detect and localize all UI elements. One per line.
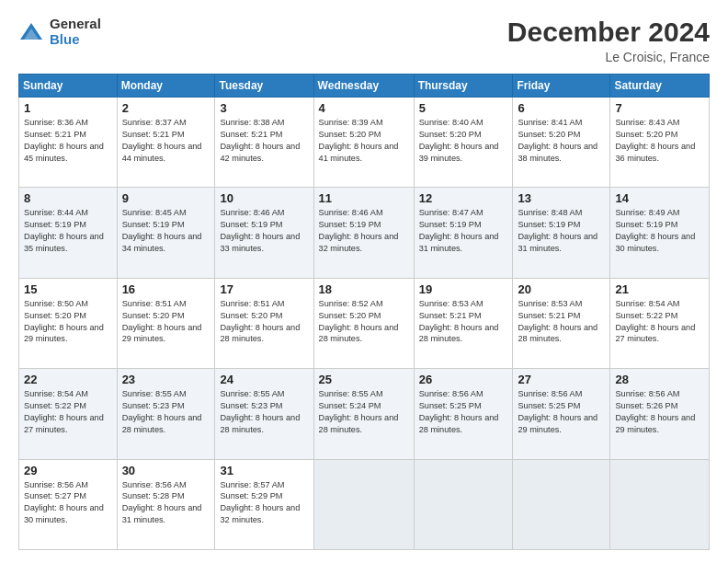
calendar-cell: 6Sunrise: 8:41 AMSunset: 5:20 PMDaylight… xyxy=(513,98,610,188)
day-number: 13 xyxy=(518,191,605,205)
day-number: 26 xyxy=(419,373,508,386)
calendar-cell: 1Sunrise: 8:36 AMSunset: 5:21 PMDaylight… xyxy=(19,98,118,188)
calendar-cell: 16Sunrise: 8:51 AMSunset: 5:20 PMDayligh… xyxy=(117,278,215,368)
calendar-cell: 2Sunrise: 8:37 AMSunset: 5:21 PMDaylight… xyxy=(117,98,215,188)
calendar-cell: 29Sunrise: 8:56 AMSunset: 5:27 PMDayligh… xyxy=(19,459,118,549)
calendar-cell: 10Sunrise: 8:46 AMSunset: 5:19 PMDayligh… xyxy=(215,188,313,278)
cell-text: Sunrise: 8:47 AMSunset: 5:19 PMDaylight:… xyxy=(419,208,499,253)
day-number: 23 xyxy=(122,373,210,386)
weekday-header-row: SundayMondayTuesdayWednesdayThursdayFrid… xyxy=(19,75,710,98)
cell-text: Sunrise: 8:48 AMSunset: 5:19 PMDaylight:… xyxy=(518,208,597,253)
cell-text: Sunrise: 8:57 AMSunset: 5:29 PMDaylight:… xyxy=(220,480,300,525)
calendar-cell: 17Sunrise: 8:51 AMSunset: 5:20 PMDayligh… xyxy=(215,278,313,368)
cell-text: Sunrise: 8:53 AMSunset: 5:21 PMDaylight:… xyxy=(419,299,499,344)
day-number: 1 xyxy=(24,101,112,115)
calendar-cell: 11Sunrise: 8:46 AMSunset: 5:19 PMDayligh… xyxy=(313,188,414,278)
calendar-cell: 30Sunrise: 8:56 AMSunset: 5:28 PMDayligh… xyxy=(117,459,215,549)
day-number: 27 xyxy=(518,373,605,386)
cell-text: Sunrise: 8:55 AMSunset: 5:23 PMDaylight:… xyxy=(220,389,300,434)
calendar-cell: 28Sunrise: 8:56 AMSunset: 5:26 PMDayligh… xyxy=(610,369,710,459)
calendar-cell: 21Sunrise: 8:54 AMSunset: 5:22 PMDayligh… xyxy=(610,278,710,368)
calendar-cell: 5Sunrise: 8:40 AMSunset: 5:20 PMDaylight… xyxy=(414,98,513,188)
calendar-cell: 12Sunrise: 8:47 AMSunset: 5:19 PMDayligh… xyxy=(414,188,513,278)
cell-text: Sunrise: 8:46 AMSunset: 5:19 PMDaylight:… xyxy=(220,208,300,253)
calendar-cell: 20Sunrise: 8:53 AMSunset: 5:21 PMDayligh… xyxy=(513,278,610,368)
calendar-week-row: 15Sunrise: 8:50 AMSunset: 5:20 PMDayligh… xyxy=(19,278,710,368)
day-number: 2 xyxy=(122,101,210,115)
day-number: 14 xyxy=(615,191,704,205)
calendar-cell: 18Sunrise: 8:52 AMSunset: 5:20 PMDayligh… xyxy=(313,278,414,368)
calendar-cell xyxy=(414,459,513,549)
day-number: 9 xyxy=(122,191,210,205)
cell-text: Sunrise: 8:38 AMSunset: 5:21 PMDaylight:… xyxy=(220,118,300,163)
cell-text: Sunrise: 8:51 AMSunset: 5:20 PMDaylight:… xyxy=(122,299,202,344)
month-title: December 2024 xyxy=(507,17,710,48)
cell-text: Sunrise: 8:37 AMSunset: 5:21 PMDaylight:… xyxy=(122,118,202,163)
cell-text: Sunrise: 8:56 AMSunset: 5:25 PMDaylight:… xyxy=(518,389,597,434)
cell-text: Sunrise: 8:36 AMSunset: 5:21 PMDaylight:… xyxy=(24,118,104,163)
weekday-header: Friday xyxy=(513,75,610,98)
cell-text: Sunrise: 8:55 AMSunset: 5:24 PMDaylight:… xyxy=(319,389,399,434)
day-number: 17 xyxy=(220,282,308,296)
calendar-cell xyxy=(610,459,710,549)
calendar-cell: 19Sunrise: 8:53 AMSunset: 5:21 PMDayligh… xyxy=(414,278,513,368)
day-number: 12 xyxy=(419,191,508,205)
cell-text: Sunrise: 8:49 AMSunset: 5:19 PMDaylight:… xyxy=(615,208,695,253)
day-number: 21 xyxy=(615,282,704,296)
cell-text: Sunrise: 8:56 AMSunset: 5:28 PMDaylight:… xyxy=(122,480,202,525)
calendar-cell: 26Sunrise: 8:56 AMSunset: 5:25 PMDayligh… xyxy=(414,369,513,459)
weekday-header: Thursday xyxy=(414,75,513,98)
day-number: 3 xyxy=(220,101,308,115)
cell-text: Sunrise: 8:54 AMSunset: 5:22 PMDaylight:… xyxy=(615,299,695,344)
calendar-table: SundayMondayTuesdayWednesdayThursdayFrid… xyxy=(18,74,710,550)
day-number: 11 xyxy=(319,191,409,205)
cell-text: Sunrise: 8:52 AMSunset: 5:20 PMDaylight:… xyxy=(319,299,399,344)
cell-text: Sunrise: 8:56 AMSunset: 5:27 PMDaylight:… xyxy=(24,480,104,525)
day-number: 30 xyxy=(122,464,210,477)
logo-blue-text: Blue xyxy=(50,32,101,48)
calendar-cell: 25Sunrise: 8:55 AMSunset: 5:24 PMDayligh… xyxy=(313,369,414,459)
day-number: 22 xyxy=(24,373,112,386)
page: General Blue December 2024 Le Croisic, F… xyxy=(0,0,728,563)
cell-text: Sunrise: 8:43 AMSunset: 5:20 PMDaylight:… xyxy=(615,118,695,163)
logo: General Blue xyxy=(18,17,101,47)
calendar-cell xyxy=(513,459,610,549)
day-number: 28 xyxy=(615,373,704,386)
day-number: 6 xyxy=(518,101,605,115)
calendar-week-row: 8Sunrise: 8:44 AMSunset: 5:19 PMDaylight… xyxy=(19,188,710,278)
cell-text: Sunrise: 8:45 AMSunset: 5:19 PMDaylight:… xyxy=(122,208,202,253)
calendar-cell: 3Sunrise: 8:38 AMSunset: 5:21 PMDaylight… xyxy=(215,98,313,188)
day-number: 20 xyxy=(518,282,605,296)
cell-text: Sunrise: 8:55 AMSunset: 5:23 PMDaylight:… xyxy=(122,389,202,434)
calendar-week-row: 29Sunrise: 8:56 AMSunset: 5:27 PMDayligh… xyxy=(19,459,710,549)
calendar-cell: 4Sunrise: 8:39 AMSunset: 5:20 PMDaylight… xyxy=(313,98,414,188)
day-number: 10 xyxy=(220,191,308,205)
day-number: 4 xyxy=(319,101,409,115)
cell-text: Sunrise: 8:46 AMSunset: 5:19 PMDaylight:… xyxy=(319,208,399,253)
weekday-header: Sunday xyxy=(19,75,118,98)
day-number: 29 xyxy=(24,464,112,477)
weekday-header: Saturday xyxy=(610,75,710,98)
cell-text: Sunrise: 8:56 AMSunset: 5:25 PMDaylight:… xyxy=(419,389,499,434)
cell-text: Sunrise: 8:54 AMSunset: 5:22 PMDaylight:… xyxy=(24,389,104,434)
header: General Blue December 2024 Le Croisic, F… xyxy=(18,17,710,64)
calendar-cell: 14Sunrise: 8:49 AMSunset: 5:19 PMDayligh… xyxy=(610,188,710,278)
weekday-header: Wednesday xyxy=(313,75,414,98)
calendar-cell: 15Sunrise: 8:50 AMSunset: 5:20 PMDayligh… xyxy=(19,278,118,368)
day-number: 24 xyxy=(220,373,308,386)
calendar-cell: 9Sunrise: 8:45 AMSunset: 5:19 PMDaylight… xyxy=(117,188,215,278)
calendar-cell: 8Sunrise: 8:44 AMSunset: 5:19 PMDaylight… xyxy=(19,188,118,278)
cell-text: Sunrise: 8:41 AMSunset: 5:20 PMDaylight:… xyxy=(518,118,597,163)
cell-text: Sunrise: 8:51 AMSunset: 5:20 PMDaylight:… xyxy=(220,299,300,344)
day-number: 19 xyxy=(419,282,508,296)
logo-general-text: General xyxy=(50,17,101,32)
weekday-header: Monday xyxy=(117,75,215,98)
logo-icon xyxy=(18,19,44,45)
calendar-week-row: 22Sunrise: 8:54 AMSunset: 5:22 PMDayligh… xyxy=(19,369,710,459)
calendar-cell: 13Sunrise: 8:48 AMSunset: 5:19 PMDayligh… xyxy=(513,188,610,278)
calendar-cell: 23Sunrise: 8:55 AMSunset: 5:23 PMDayligh… xyxy=(117,369,215,459)
cell-text: Sunrise: 8:39 AMSunset: 5:20 PMDaylight:… xyxy=(319,118,399,163)
location: Le Croisic, France xyxy=(507,50,710,64)
cell-text: Sunrise: 8:56 AMSunset: 5:26 PMDaylight:… xyxy=(615,389,695,434)
day-number: 16 xyxy=(122,282,210,296)
